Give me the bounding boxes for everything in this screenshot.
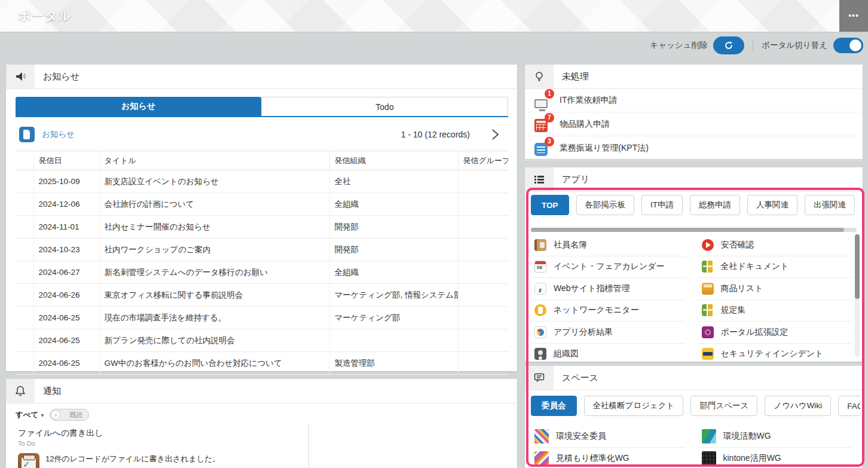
next-page-button[interactable] (490, 128, 508, 141)
apps-category-tab[interactable]: 人事関連 (747, 195, 797, 215)
unread-count-badge: 3 (545, 137, 554, 146)
pending-title: 未処理 (562, 71, 589, 82)
row-title: 現在の市場調査手法を維持する。 (99, 307, 329, 329)
apps-category-tab[interactable]: IT申請 (641, 195, 683, 215)
app-label: 組織図 (554, 348, 579, 359)
space-list-item[interactable]: 環境活動WG (698, 426, 852, 448)
app-icon (534, 261, 546, 273)
read-toggle-label: 既読 (69, 411, 82, 420)
app-list-item[interactable]: 組織図 (531, 344, 685, 362)
space-list-item[interactable]: 環境安全委員 (531, 426, 685, 448)
app-list-item[interactable]: Webサイト指標管理 (531, 278, 685, 300)
filter-dropdown[interactable]: すべて (16, 410, 38, 420)
table-row[interactable]: 2024-06-27 新名刺管理システムへのデータ移行のお願い 全組織 (16, 261, 508, 284)
notification-item[interactable]: 12件のレコードがファイルに書き出されました。 (18, 453, 308, 468)
apps-tabs-scrollbar-thumb[interactable] (531, 228, 844, 232)
table-header-row: 発信日 タイトル 発信組織 発信グループ (16, 151, 508, 170)
app-list-item[interactable]: 規定集 (698, 300, 852, 322)
row-title: 東京オフィス移転に関する事前説明会 (99, 284, 329, 307)
app-label: ポータル拡張設定 (721, 327, 788, 338)
row-group (458, 238, 508, 261)
row-title: GW中のお客様からのお問い合わせ対応について (99, 352, 329, 375)
row-org: マーケティング部 (329, 307, 458, 329)
tab-announcements[interactable]: お知らせ (16, 97, 261, 116)
table-row[interactable]: 2024-06-25 現在の市場調査手法を維持する。 マーケティング部 (16, 307, 508, 329)
table-row[interactable]: 2024-06-25 GW中のお客様からのお問い合わせ対応について 製造管理部 (16, 352, 508, 375)
app-label: 商品リスト (721, 283, 763, 294)
space-label: 見積もり標準化WG (556, 453, 629, 464)
row-group (458, 329, 508, 352)
lightbulb-icon (525, 65, 554, 88)
spaces-category-tab[interactable]: ノウハウWiki (765, 396, 831, 416)
table-row[interactable]: 2024-06-25 新プラン発売に際しての社内説明会 (16, 329, 508, 352)
announcements-tabs: お知らせ Todo (16, 97, 508, 117)
apps-category-tab[interactable]: 出張関連 (805, 195, 855, 215)
apps-category-tab[interactable]: TOP (531, 195, 569, 215)
table-row[interactable]: 2024-11-01 社内セミナー開催のお知らせ 開発部 (16, 216, 508, 238)
app-list-item[interactable]: イベント・フェアカレンダー (531, 256, 685, 279)
spaces-category-tab[interactable]: 全社横断プロジェクト (584, 396, 684, 416)
spaces-panel: スペース 委員会 全社横断プロジェクト 部門スペース ノウハウWiki FAQ … (525, 366, 863, 468)
apps-list-scrollbar[interactable] (855, 234, 860, 357)
row-icon-cell (16, 170, 33, 193)
row-icon-cell (16, 193, 33, 216)
table-row[interactable]: 2024-06-26 東京オフィス移転に関する事前説明会 マーケティング部, 情… (16, 284, 508, 307)
notification-text: 12件のレコードがファイルに書き出されました。 (45, 453, 243, 465)
col-date: 発信日 (33, 151, 99, 170)
announcement-app-icon (19, 127, 35, 142)
row-group (458, 352, 508, 375)
apps-category-tab[interactable]: 総務申請 (690, 195, 740, 215)
pending-item[interactable]: 7 物品購入申請 (525, 112, 863, 136)
table-row[interactable]: 2024-10-23 社内ワークショップのご案内 開発部 (16, 238, 508, 261)
notifications-header: 通知 (6, 379, 517, 403)
spaces-category-tab[interactable]: 委員会 (531, 396, 577, 416)
bell-icon (6, 379, 35, 403)
table-row[interactable]: 2024-12-06 会社旅行の計画について 全組織 (16, 193, 508, 216)
app-list-item[interactable]: 商品リスト (698, 278, 852, 300)
read-toggle[interactable]: ‖ 既読 (50, 409, 89, 421)
app-list-item[interactable]: ポータル拡張設定 (698, 322, 852, 344)
spaces-category-tab[interactable]: FAQ (838, 396, 860, 416)
app-list-item[interactable]: 社員名簿 (531, 234, 685, 256)
app-list-item[interactable]: セキュリティインシデント (698, 344, 852, 362)
app-label: セキュリティインシデント (721, 348, 824, 359)
space-list-item[interactable]: 見積もり標準化WG (531, 448, 685, 468)
row-org (329, 329, 458, 352)
table-row[interactable]: 2025-10-09 新支店設立イベントのお知らせ 全社 (16, 170, 508, 193)
col-icon (16, 151, 33, 170)
apps-category-tab[interactable]: 各部掲示板 (576, 195, 635, 215)
apps-header: アプリ (525, 167, 863, 192)
pending-item[interactable]: 1 IT作業依頼申請 (525, 88, 863, 112)
space-label: kintone活用WG (723, 453, 781, 464)
row-title: 社内ワークショップのご案内 (99, 238, 329, 261)
app-label: 安否確認 (721, 240, 754, 250)
cache-refresh-button[interactable] (713, 36, 744, 54)
app-list-item[interactable]: 安否確認 (698, 234, 852, 256)
col-group: 発信グループ (458, 151, 508, 170)
apps-tabs-scrollbar[interactable] (531, 228, 857, 232)
row-date: 2024-06-25 (33, 329, 99, 352)
spaces-list: 環境安全委員 環境活動WG 見積もり標準化WG kintone活用WG (531, 426, 852, 468)
app-list-item[interactable]: 全社ドキュメント (698, 256, 852, 279)
apps-list: 社員名簿 安否確認 イベント・フェアカレンダー 全社ドキュメント (531, 234, 852, 362)
tab-todo[interactable]: Todo (261, 97, 508, 116)
apps-panel: アプリ TOP 各部掲示板 IT申請 総務申請 人事関連 出張関連 その他 (525, 167, 863, 362)
space-label: 環境安全委員 (556, 431, 606, 442)
row-date: 2024-06-25 (33, 307, 99, 329)
portal-switch-toggle[interactable] (833, 38, 863, 53)
row-icon-cell (16, 284, 33, 307)
announcement-app-link[interactable]: お知らせ (42, 129, 75, 140)
app-list-item[interactable]: ネットワークモニター (531, 300, 685, 322)
portal-menu-button[interactable]: ••• (839, 0, 868, 32)
space-list-item[interactable]: kintone活用WG (698, 448, 852, 468)
apps-title: アプリ (562, 174, 589, 185)
unread-count-badge: 1 (545, 89, 554, 99)
spaces-category-tab[interactable]: 部門スペース (690, 396, 757, 416)
app-list-item[interactable]: アプリ分析結果 (531, 322, 685, 344)
apps-list-scrollbar-thumb[interactable] (855, 234, 860, 299)
app-label: イベント・フェアカレンダー (554, 261, 665, 272)
row-title: 社内セミナー開催のお知らせ (99, 216, 329, 238)
announcements-table: 発信日 タイトル 発信組織 発信グループ 2025-10-09 新支店設立イベン… (16, 151, 508, 375)
pending-item[interactable]: 3 業務振返り管理(KPT法) (525, 136, 863, 160)
notification-group-subtitle: To Do (18, 440, 308, 447)
